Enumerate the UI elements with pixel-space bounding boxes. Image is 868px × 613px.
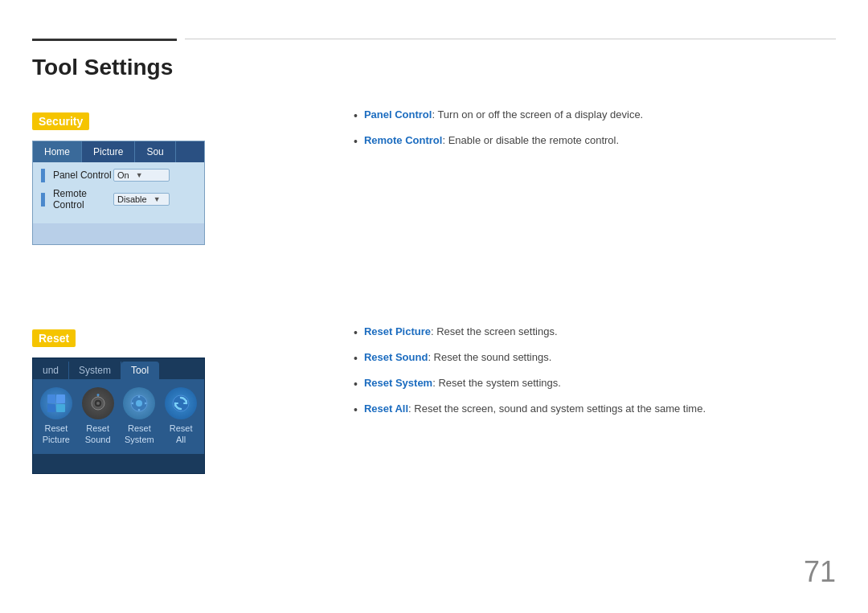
remote-control-text: Remote Control: Enable or disable the re… [364,133,619,149]
system-svg [129,393,149,414]
page-title: Tool Settings [32,55,173,80]
security-tabs: Home Picture Sou [33,141,204,162]
security-tab-sou: Sou [135,141,175,162]
bullet-dot-2: • [354,133,358,150]
reset-bullet-dot-1: • [354,325,358,341]
panel-arrow: ▼ [136,171,143,179]
remote-control-value: Disable ▼ [113,193,170,206]
security-section-badge: Security [32,112,89,130]
reset-system-text: Reset System: Reset the system settings. [364,375,561,391]
remote-arrow: ▼ [154,195,161,203]
grid-cell-2 [56,394,65,403]
security-screenshot: Home Picture Sou ▌ Panel Control On ▼ ▌ … [32,141,205,245]
reset-sound-desc: : Reset the sound settings. [428,351,551,363]
reset-tab-tool: Tool [121,362,159,379]
reset-picture-desc: : Reset the screen settings. [431,325,558,337]
security-description: • Panel Control: Turn on or off the scre… [354,107,836,158]
grid-cell-3 [47,404,56,413]
panel-control-label: ▌ Panel Control [41,169,113,182]
svg-point-2 [96,402,100,405]
panel-control-bullet-item: • Panel Control: Turn on or off the scre… [354,107,836,125]
reset-screenshot: und System Tool ResetPicture [32,358,205,474]
sound-svg [88,394,108,413]
reset-picture-item: ResetPicture [40,387,72,446]
reset-tab-system: System [69,362,121,379]
panel-bullet: ▌ [41,169,49,182]
svg-point-6 [136,400,142,407]
panel-control-row: ▌ Panel Control On ▼ [41,169,196,182]
page-number: 71 [804,555,836,589]
reset-picture-icon [40,387,72,419]
panel-control-value: On ▼ [113,169,170,182]
reset-all-desc: : Reset the screen, sound and system set… [408,403,706,415]
remote-bullet: ▌ [41,193,49,206]
reset-all-icon [165,387,197,419]
panel-control-term: Panel Control [364,108,432,121]
reset-all-term: Reset All [364,403,408,415]
reset-system-term: Reset System [364,377,432,389]
reset-bullet-dot-3: • [354,376,358,393]
reset-system-bullet-item: • Reset System: Reset the system setting… [354,375,836,393]
reset-description: • Reset Picture: Reset the screen settin… [354,324,836,427]
remote-control-bullet-item: • Remote Control: Enable or disable the … [354,133,836,150]
reset-bullet-dot-2: • [354,350,358,367]
reset-section-badge: Reset [32,329,76,347]
remote-control-row: ▌ Remote Control Disable ▼ [41,188,196,210]
reset-sound-icon [82,387,114,419]
reset-sound-label: ResetSound [85,423,111,446]
reset-tabs: und System Tool [33,358,204,379]
reset-tab-und: und [33,362,69,379]
reset-picture-label: ResetPicture [43,423,70,446]
reset-system-desc: : Reset the system settings. [432,377,561,389]
grid-cell-1 [47,394,56,403]
top-border-accent [32,39,177,41]
reset-all-item: ResetAll [165,387,197,446]
security-tab-home: Home [33,141,82,162]
reset-sound-item: ResetSound [82,387,114,446]
reset-picture-bullet-item: • Reset Picture: Reset the screen settin… [354,324,836,341]
top-border-line [185,39,836,39]
bullet-dot-1: • [354,108,358,125]
reset-all-label: ResetAll [170,423,193,446]
reset-sound-text: Reset Sound: Reset the sound settings. [364,349,551,366]
reset-sound-bullet-item: • Reset Sound: Reset the sound settings. [354,349,836,367]
picture-grid [47,394,65,412]
reset-bullet-dot-4: • [354,402,358,419]
svg-point-4 [96,394,99,396]
reset-picture-term: Reset Picture [364,325,431,337]
reset-picture-text: Reset Picture: Reset the screen settings… [364,324,558,340]
reset-body: ResetPicture ResetSound [33,379,204,454]
reset-system-label: ResetSystem [125,423,154,446]
reset-all-text: Reset All: Reset the screen, sound and s… [364,401,706,417]
security-body: ▌ Panel Control On ▼ ▌ Remote Control Di… [33,162,204,223]
security-tab-picture: Picture [82,141,135,162]
all-svg [170,393,191,414]
panel-control-text: Panel Control: Turn on or off the screen… [364,107,643,123]
panel-control-desc: : Turn on or off the screen of a display… [432,108,643,121]
remote-control-term: Remote Control [364,134,443,146]
reset-system-icon [123,387,155,419]
reset-system-item: ResetSystem [123,387,155,446]
remote-control-label: ▌ Remote Control [41,188,113,210]
reset-all-bullet-item: • Reset All: Reset the screen, sound and… [354,401,836,419]
grid-cell-4 [56,404,65,413]
remote-control-desc: : Enable or disable the remote control. [442,134,619,146]
reset-sound-term: Reset Sound [364,351,428,363]
